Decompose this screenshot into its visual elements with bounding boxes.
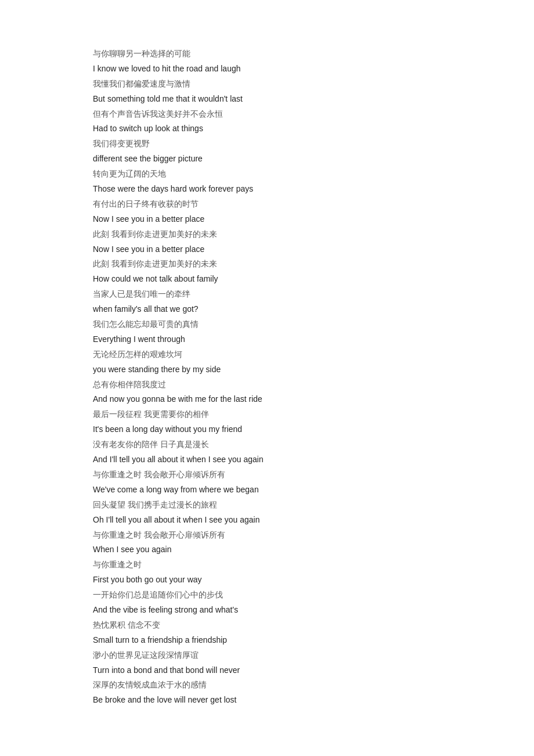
lyric-line-32: 与你重逢之时 我会敞开心扉倾诉所有 xyxy=(93,528,441,543)
lyric-line-37: And the vibe is feeling strong and what'… xyxy=(93,603,441,618)
lyric-line-6: 我们得变更视野 xyxy=(93,136,441,152)
lyric-line-21: you were standing there by my side xyxy=(93,362,441,377)
lyric-line-19: Everything I went through xyxy=(93,332,441,347)
lyric-line-22: 总有你相伴陪我度过 xyxy=(93,377,441,393)
lyric-line-11: Now I see you in a better place xyxy=(93,212,441,227)
lyric-line-12: 此刻 我看到你走进更加美好的未来 xyxy=(93,227,441,242)
lyric-line-5: Had to switch up look at things xyxy=(93,121,441,136)
lyric-line-36: 一开始你们总是追随你们心中的步伐 xyxy=(93,588,441,603)
lyric-line-26: 没有老友你的陪伴 日子真是漫长 xyxy=(93,437,441,452)
lyric-line-4: 但有个声音告诉我这美好并不会永恒 xyxy=(93,107,441,122)
lyric-line-35: First you both go out your way xyxy=(93,573,441,588)
lyric-line-3: But something told me that it wouldn't l… xyxy=(93,92,441,107)
lyric-line-40: 渺小的世界见证这段深情厚谊 xyxy=(93,648,441,663)
lyric-line-25: It's been a long day without you my frie… xyxy=(93,422,441,437)
lyric-line-18: 我们怎么能忘却最可贵的真情 xyxy=(93,317,441,332)
lyrics-container: 与你聊聊另一种选择的可能I know we loved to hit the r… xyxy=(93,46,441,708)
lyric-line-9: Those were the days hard work forever pa… xyxy=(93,182,441,197)
lyric-line-27: And I'll tell you all about it when I se… xyxy=(93,452,441,467)
lyric-line-33: When I see you again xyxy=(93,542,441,557)
lyric-line-16: 当家人已是我们唯一的牵绊 xyxy=(93,287,441,302)
lyric-line-23: And now you gonna be with me for the las… xyxy=(93,392,441,407)
lyric-line-2: 我懂我们都偏爱速度与激情 xyxy=(93,77,441,92)
lyric-line-17: when family's all that we got? xyxy=(93,302,441,317)
lyric-line-14: 此刻 我看到你走进更加美好的未来 xyxy=(93,257,441,272)
lyric-line-39: Small turn to a friendship a friendship xyxy=(93,633,441,648)
lyric-line-29: We've come a long way from where we bega… xyxy=(93,483,441,498)
lyric-line-1: I know we loved to hit the road and laug… xyxy=(93,62,441,77)
lyric-line-24: 最后一段征程 我更需要你的相伴 xyxy=(93,407,441,422)
lyric-line-28: 与你重逢之时 我会敞开心扉倾诉所有 xyxy=(93,467,441,483)
lyric-line-30: 回头凝望 我们携手走过漫长的旅程 xyxy=(93,498,441,513)
lyric-line-20: 无论经历怎样的艰难坎坷 xyxy=(93,347,441,362)
lyric-line-13: Now I see you in a better place xyxy=(93,242,441,257)
lyric-line-43: Be broke and the love will never get los… xyxy=(93,693,441,708)
lyric-line-41: Turn into a bond and that bond will neve… xyxy=(93,663,441,678)
lyric-line-10: 有付出的日子终有收获的时节 xyxy=(93,197,441,212)
lyric-line-7: different see the bigger picture xyxy=(93,152,441,167)
lyric-line-0: 与你聊聊另一种选择的可能 xyxy=(93,46,441,62)
lyric-line-34: 与你重逢之时 xyxy=(93,557,441,573)
lyric-line-15: How could we not talk about family xyxy=(93,272,441,287)
lyric-line-31: Oh I'll tell you all about it when I see… xyxy=(93,513,441,528)
lyric-line-8: 转向更为辽阔的天地 xyxy=(93,167,441,182)
lyric-line-42: 深厚的友情蜕成血浓于水的感情 xyxy=(93,678,441,693)
lyric-line-38: 热忱累积 信念不变 xyxy=(93,618,441,633)
